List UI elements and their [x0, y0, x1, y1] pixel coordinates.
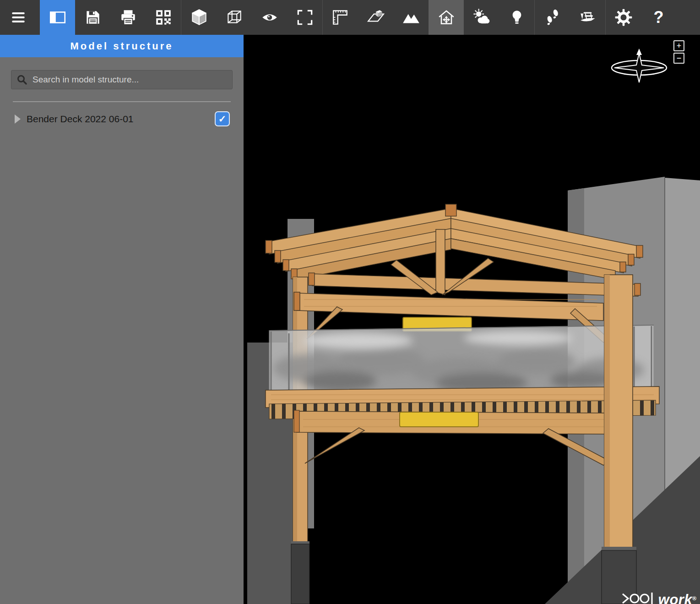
terrain-button[interactable] — [393, 0, 429, 35]
zoom-extents-icon — [295, 8, 315, 27]
checkmark-icon: ✓ — [218, 114, 227, 125]
search-field-wrap — [11, 70, 233, 89]
qr-code-button[interactable] — [146, 0, 181, 35]
clipping-plane-button[interactable] — [358, 0, 393, 35]
zoom-out-button[interactable]: − — [673, 53, 684, 64]
panel-title: Model structure — [0, 35, 244, 57]
home-view-icon — [437, 8, 456, 27]
model-structure-panel: Model structure Bender Deck 2022 06-01 ✓ — [0, 35, 244, 604]
walkthrough-button[interactable] — [535, 0, 570, 35]
panel-toggle-button[interactable] — [40, 0, 75, 35]
chevron-right-icon[interactable] — [11, 112, 24, 126]
zoom-in-button[interactable]: + — [673, 40, 684, 51]
save-icon — [83, 8, 103, 27]
viewport-3d[interactable]: + − work ® — [244, 35, 700, 604]
panel-toggle-icon — [48, 8, 67, 27]
print-button[interactable] — [110, 0, 146, 35]
wireframe-view-icon — [225, 8, 244, 27]
watermark-registered-mark: ® — [692, 595, 696, 602]
main-toolbar: ? — [0, 0, 700, 35]
measure-icon — [331, 8, 350, 27]
measure-button[interactable] — [323, 0, 358, 35]
wireframe-view-button[interactable] — [217, 0, 252, 35]
save-button[interactable] — [75, 0, 110, 35]
terrain-icon — [402, 8, 421, 27]
visibility-icon — [260, 8, 279, 27]
visibility-checkbox[interactable]: ✓ — [215, 111, 230, 126]
sidebar-divider — [13, 101, 231, 102]
print-icon — [119, 8, 138, 27]
home-view-button[interactable] — [429, 0, 464, 35]
watermark-logo: work ® — [621, 591, 696, 604]
zoom-extents-button[interactable] — [287, 0, 322, 35]
shadows-button[interactable] — [464, 0, 499, 35]
settings-button[interactable] — [606, 0, 641, 35]
watermark-mark-icon — [621, 591, 657, 604]
flyover-plane-icon — [578, 8, 597, 27]
panel-title-text: Model structure — [70, 40, 173, 52]
menu-button[interactable] — [0, 0, 37, 35]
qr-code-icon — [154, 8, 173, 27]
settings-gear-icon — [614, 8, 633, 27]
menu-icon — [9, 8, 28, 27]
help-icon: ? — [654, 9, 664, 26]
walkthrough-footsteps-icon — [543, 8, 562, 27]
watermark-text: work — [658, 592, 692, 604]
help-button[interactable]: ? — [641, 0, 676, 35]
zoom-controls: + − — [673, 40, 684, 64]
model-render — [244, 35, 700, 604]
tree-item-root[interactable]: Bender Deck 2022 06-01 ✓ — [0, 109, 244, 129]
visibility-button[interactable] — [252, 0, 287, 35]
compass-icon[interactable] — [608, 46, 670, 90]
search-input[interactable] — [11, 70, 233, 89]
light-button[interactable] — [499, 0, 534, 35]
light-bulb-icon — [507, 8, 526, 27]
solid-view-button[interactable] — [181, 0, 217, 35]
solid-view-icon — [190, 8, 209, 27]
flyover-button[interactable] — [570, 0, 605, 35]
clipping-plane-icon — [366, 8, 385, 27]
tree-item-label: Bender Deck 2022 06-01 — [27, 114, 215, 125]
shadows-weather-icon — [472, 8, 491, 27]
